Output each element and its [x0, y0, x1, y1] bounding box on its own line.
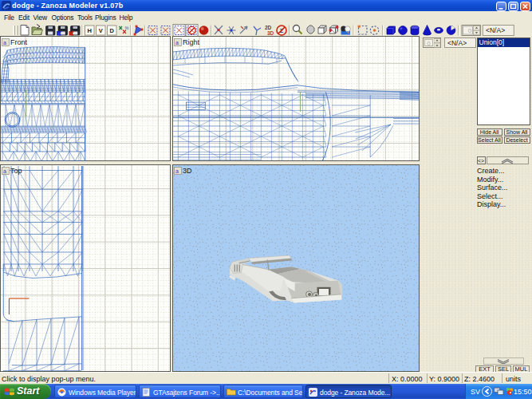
svg-text:a: a [175, 168, 179, 174]
svg-text:%: % [125, 26, 129, 30]
svg-text:D: D [110, 27, 115, 34]
svg-text:a: a [3, 168, 6, 174]
svg-text:V: V [99, 27, 103, 34]
svg-text:3D: 3D [183, 167, 192, 175]
svg-text:<N/A>: <N/A> [486, 26, 505, 34]
svg-text:3D: 3D [267, 30, 274, 36]
svg-text:0: 0 [468, 27, 472, 34]
svg-text:Top: Top [10, 167, 22, 175]
svg-text:H: H [88, 27, 92, 34]
